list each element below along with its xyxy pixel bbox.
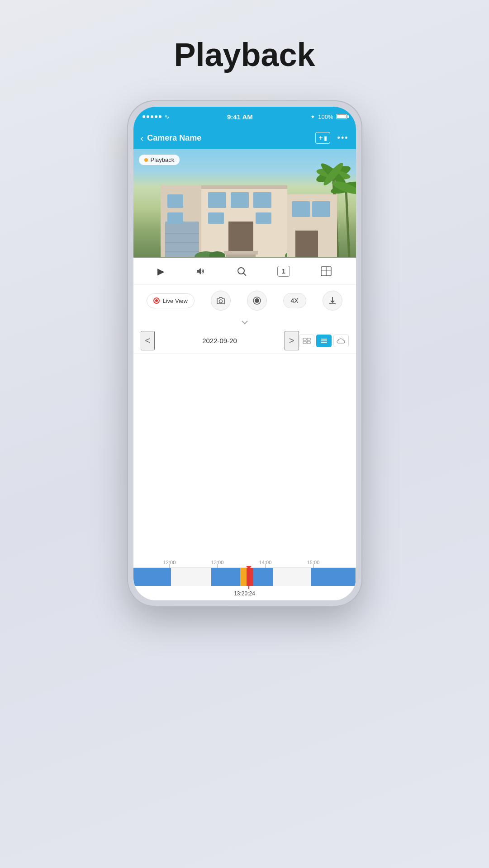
- cloud-icon: [337, 338, 346, 344]
- plus-icon: +: [318, 134, 323, 142]
- svg-rect-19: [231, 192, 249, 208]
- svg-line-35: [243, 273, 246, 276]
- svg-marker-33: [197, 268, 201, 274]
- speed-button[interactable]: 4X: [283, 293, 306, 308]
- live-view-button[interactable]: Live View: [147, 293, 194, 308]
- svg-point-34: [238, 268, 244, 274]
- svg-point-41: [255, 298, 259, 303]
- svg-rect-11: [165, 222, 199, 258]
- record-button[interactable]: [247, 291, 267, 311]
- svg-rect-31: [295, 231, 318, 258]
- badge-label: Playback: [151, 156, 175, 163]
- live-dot-icon: [153, 297, 160, 304]
- svg-rect-29: [292, 201, 310, 217]
- wifi-icon: ∿: [164, 113, 170, 120]
- back-button[interactable]: ‹ Camera Name: [141, 133, 202, 143]
- timeline-bar-track: [133, 568, 356, 586]
- cloud-view-button[interactable]: [333, 335, 349, 347]
- svg-rect-15: [167, 194, 183, 208]
- split-view-button[interactable]: [321, 266, 332, 276]
- back-arrow-icon: ‹: [141, 133, 144, 143]
- indicator-triangle: [246, 566, 252, 569]
- status-left: ∿: [142, 113, 170, 120]
- time-indicator: [246, 566, 252, 589]
- svg-rect-20: [253, 192, 271, 208]
- phone-frame: ∿ 9:41 AM ✦ 100% ‹ Camera Name + ▮: [127, 100, 362, 607]
- timeline-segment-yellow: [240, 568, 247, 586]
- timeline-segment-1: [211, 568, 240, 586]
- indicator-line: [248, 569, 249, 589]
- camera-icon: [216, 297, 225, 305]
- time-label-1300: 13:00: [211, 560, 224, 565]
- more-options-button[interactable]: •••: [337, 133, 349, 143]
- battery-icon: [336, 114, 347, 119]
- timeline-segment-pre: [133, 568, 171, 586]
- time-label-1500: 15:00: [307, 560, 320, 565]
- playback-badge: Playback: [139, 155, 180, 165]
- timeline-segment-2: [253, 568, 273, 586]
- download-button[interactable]: [323, 291, 342, 311]
- nav-camera-name: Camera Name: [147, 133, 201, 143]
- view-toggle-buttons: [299, 335, 349, 347]
- svg-rect-22: [256, 212, 271, 224]
- date-bar: < 2022-09-20 >: [133, 328, 356, 354]
- current-time-display: 13:20:24: [234, 590, 255, 597]
- bluetooth-icon: ✦: [310, 113, 315, 120]
- status-time: 9:41 AM: [227, 113, 253, 121]
- battery-percent: 100%: [318, 113, 333, 120]
- split-date-icon: [303, 338, 311, 344]
- speed-label: 4X: [291, 297, 299, 304]
- timeline-area[interactable]: // generated ticks 12:00 13:00 14:00 15:…: [133, 354, 356, 600]
- volume-icon: [195, 267, 206, 276]
- snapshot-button[interactable]: [211, 291, 231, 311]
- channel-number: 1: [282, 268, 285, 275]
- svg-rect-16: [167, 212, 183, 224]
- channel-button[interactable]: 1: [277, 266, 290, 277]
- search-icon: [237, 266, 247, 276]
- time-label-1200: 12:00: [163, 560, 176, 565]
- svg-rect-44: [303, 338, 306, 340]
- next-date-button[interactable]: >: [285, 331, 299, 350]
- chevron-down-icon: [241, 320, 248, 325]
- house-illustration: [133, 167, 356, 258]
- page-title: Playback: [174, 36, 315, 73]
- timeline-segment-3: [311, 568, 356, 586]
- search-button[interactable]: [237, 266, 247, 276]
- video-icon: ▮: [324, 135, 327, 142]
- split-date-view-button[interactable]: [299, 335, 314, 347]
- action-bar: Live View 4X: [133, 285, 356, 316]
- status-bar: ∿ 9:41 AM ✦ 100%: [133, 107, 356, 127]
- phone-screen: ∿ 9:41 AM ✦ 100% ‹ Camera Name + ▮: [133, 107, 356, 600]
- expand-button[interactable]: [133, 316, 356, 328]
- timeline-list-icon: [320, 338, 328, 344]
- add-video-button[interactable]: + ▮: [315, 132, 330, 144]
- svg-rect-30: [312, 201, 330, 217]
- timeline-view-button[interactable]: [316, 335, 332, 347]
- badge-dot-icon: [144, 158, 148, 162]
- timeline-track: // generated ticks 12:00 13:00 14:00 15:…: [133, 560, 356, 587]
- record-icon: [252, 296, 261, 305]
- current-date: 2022-09-20: [155, 337, 285, 344]
- svg-point-39: [219, 300, 222, 303]
- download-icon: [328, 296, 337, 305]
- status-right: ✦ 100%: [310, 113, 347, 120]
- split-view-icon: [321, 266, 332, 276]
- nav-bar: ‹ Camera Name + ▮ •••: [133, 127, 356, 149]
- nav-actions: + ▮ •••: [315, 132, 348, 144]
- live-view-label: Live View: [162, 297, 187, 304]
- prev-date-button[interactable]: <: [141, 331, 155, 350]
- svg-rect-46: [303, 341, 306, 344]
- controls-bar: ▶ 1: [133, 258, 356, 285]
- svg-rect-32: [133, 257, 356, 258]
- svg-rect-45: [307, 338, 310, 340]
- svg-rect-23: [224, 251, 258, 255]
- video-background: [133, 149, 356, 258]
- svg-rect-47: [307, 341, 310, 344]
- video-player[interactable]: Playback: [133, 149, 356, 258]
- play-button[interactable]: ▶: [157, 266, 164, 277]
- svg-rect-21: [208, 212, 224, 224]
- time-label-1400: 14:00: [259, 560, 272, 565]
- svg-rect-18: [208, 192, 226, 208]
- volume-button[interactable]: [195, 267, 206, 276]
- signal-dots: [142, 115, 161, 118]
